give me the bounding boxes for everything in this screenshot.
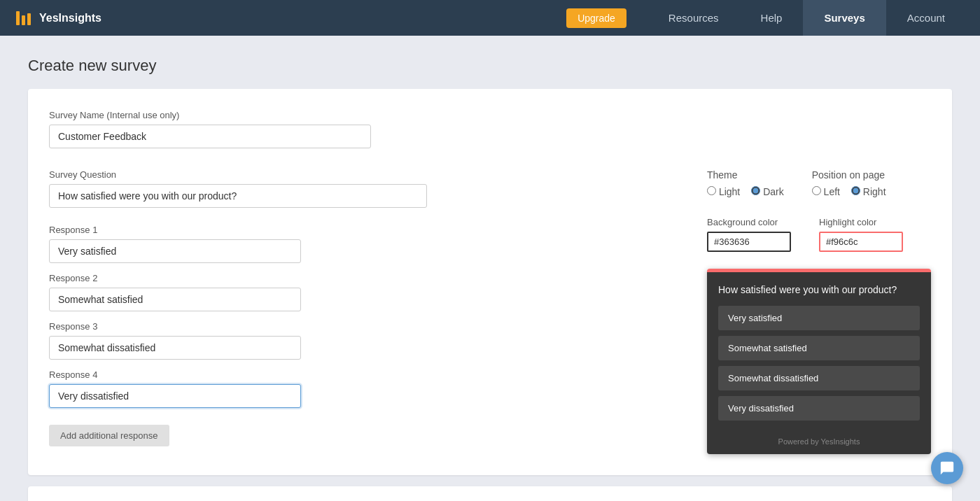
response-3-label: Response 3	[49, 321, 679, 332]
survey-name-input[interactable]	[49, 125, 371, 148]
highlight-color-group: Highlight color	[819, 217, 903, 252]
position-group: Position on page Left Right	[812, 169, 886, 203]
response-4-input[interactable]	[49, 384, 301, 408]
response-1-input[interactable]	[49, 239, 301, 263]
nav-account[interactable]: Account	[886, 0, 966, 36]
survey-name-label: Survey Name (Internal use only)	[49, 110, 931, 120]
left-column: Survey Question Response 1 Response 2 Re…	[49, 169, 679, 446]
right-column: Theme Light Dark	[707, 169, 931, 454]
nav-resources[interactable]: Resources	[648, 0, 740, 36]
response-group-3: Response 3	[49, 321, 679, 360]
logo: YesInsights	[14, 8, 102, 28]
navbar: YesInsights Upgrade Resources Help Surve…	[0, 0, 980, 36]
position-label: Position on page	[812, 169, 886, 181]
add-response-button[interactable]: Add additional response	[49, 425, 169, 446]
theme-group: Theme Light Dark	[707, 169, 784, 203]
position-left-option[interactable]: Left	[812, 186, 840, 197]
response-3-input[interactable]	[49, 336, 301, 360]
position-right-radio[interactable]	[851, 186, 860, 195]
preview-option-3[interactable]: Somewhat dissatisfied	[718, 366, 920, 390]
bg-color-label: Background color	[707, 217, 791, 227]
chat-icon	[939, 460, 955, 476]
position-right-option[interactable]: Right	[851, 186, 886, 197]
theme-dark-radio[interactable]	[751, 186, 760, 195]
survey-question-section: Survey Question	[49, 169, 679, 208]
theme-label: Theme	[707, 169, 784, 181]
survey-question-input[interactable]	[49, 184, 427, 208]
preview-widget: How satisfied were you with our product?…	[707, 269, 931, 454]
upgrade-button[interactable]: Upgrade	[566, 8, 626, 28]
preview-question: How satisfied were you with our product?	[718, 283, 920, 297]
position-left-radio[interactable]	[812, 186, 821, 195]
highlight-color-input[interactable]	[819, 232, 903, 252]
highlight-color-label: Highlight color	[819, 217, 903, 227]
two-col-layout: Survey Question Response 1 Response 2 Re…	[49, 169, 931, 454]
svg-rect-2	[27, 13, 31, 25]
preview-option-2[interactable]: Somewhat satisfied	[718, 336, 920, 360]
response-group-1: Response 1	[49, 225, 679, 263]
main-card: Survey Name (Internal use only) Survey Q…	[28, 89, 952, 475]
preview-option-4[interactable]: Very dissatisfied	[718, 396, 920, 421]
position-left-label: Left	[824, 186, 840, 197]
nav-help[interactable]: Help	[740, 0, 804, 36]
settings-row: Theme Light Dark	[707, 169, 931, 203]
response-2-label: Response 2	[49, 273, 679, 283]
nav-links: Resources Help Surveys Account	[648, 0, 966, 36]
chat-button[interactable]	[931, 452, 963, 484]
survey-question-label: Survey Question	[49, 169, 679, 180]
theme-radio-group: Light Dark	[707, 186, 784, 203]
theme-dark-label: Dark	[763, 186, 784, 197]
page-content: Create new survey Survey Name (Internal …	[0, 36, 980, 501]
color-settings-row: Background color Highlight color	[707, 217, 931, 252]
theme-dark-option[interactable]: Dark	[751, 186, 783, 197]
thank-you-card: Thank you message	[28, 486, 952, 501]
bg-color-input[interactable]	[707, 232, 791, 252]
theme-light-label: Light	[719, 186, 740, 197]
position-radio-group: Left Right	[812, 186, 886, 203]
preview-option-1[interactable]: Very satisfied	[718, 306, 920, 330]
svg-rect-1	[22, 15, 25, 25]
response-4-label: Response 4	[49, 369, 679, 380]
nav-surveys[interactable]: Surveys	[803, 0, 886, 36]
response-2-input[interactable]	[49, 288, 301, 311]
theme-light-option[interactable]: Light	[707, 186, 740, 197]
responses-section: Response 1 Response 2 Response 3 Respons…	[49, 225, 679, 446]
preview-body: How satisfied were you with our product?…	[707, 272, 931, 432]
theme-light-radio[interactable]	[707, 186, 716, 195]
logo-text: YesInsights	[39, 12, 102, 24]
response-group-4: Response 4	[49, 369, 679, 408]
preview-footer: Powered by YesInsights	[707, 432, 931, 454]
svg-rect-0	[16, 11, 20, 25]
bg-color-group: Background color	[707, 217, 791, 252]
response-1-label: Response 1	[49, 225, 679, 235]
response-group-2: Response 2	[49, 273, 679, 311]
position-right-label: Right	[863, 186, 886, 197]
survey-name-section: Survey Name (Internal use only)	[49, 110, 931, 148]
logo-icon	[14, 8, 34, 28]
page-title: Create new survey	[28, 57, 952, 75]
